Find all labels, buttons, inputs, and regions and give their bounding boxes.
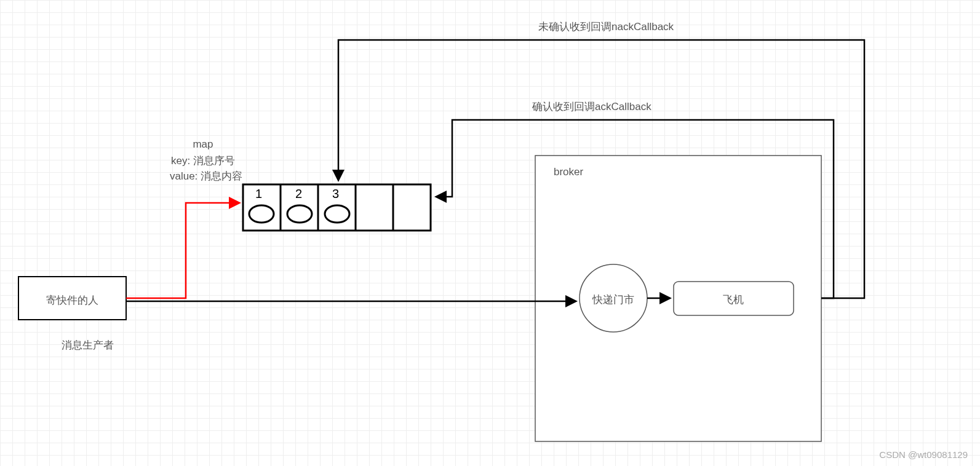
svg-text:2: 2	[295, 187, 302, 200]
svg-text:3: 3	[332, 187, 339, 200]
queue-text: 飞机	[723, 294, 744, 306]
map-container: 1 2 3	[243, 184, 431, 231]
exchange-text: 快递门市	[592, 294, 634, 306]
broker-label: broker	[554, 166, 584, 178]
svg-text:1: 1	[255, 187, 262, 200]
producer-box-text: 寄快件的人	[46, 294, 98, 306]
diagram-svg: 寄快件的人 1 2 3 broker	[0, 0, 980, 466]
diagram-canvas: 未确认收到回调nackCallback 确认收到回调ackCallback ma…	[0, 0, 980, 466]
arrow-producer-to-map	[126, 203, 239, 298]
